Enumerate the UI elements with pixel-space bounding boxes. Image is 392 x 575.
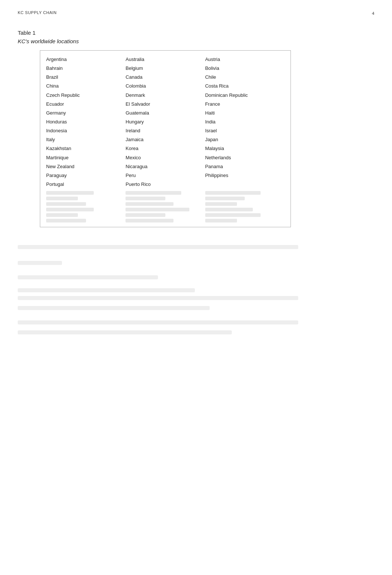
list-item: Argentina: [46, 55, 125, 64]
list-item: France: [205, 100, 285, 109]
list-item: Dominican Republic: [205, 91, 285, 100]
list-item: Colombia: [125, 82, 205, 91]
list-item: Philippines: [205, 171, 285, 180]
list-item: Haiti: [205, 109, 285, 118]
list-item: Honduras: [46, 118, 125, 126]
list-item: Italy: [46, 135, 125, 144]
list-item: Paraguay: [46, 171, 125, 180]
list-item: Austria: [205, 55, 285, 64]
list-item: Peru: [125, 171, 205, 180]
list-item: Canada: [125, 73, 205, 82]
list-item: Ecuador: [46, 100, 125, 109]
list-item: El Salvador: [125, 100, 205, 109]
list-item: Ireland: [125, 126, 205, 135]
list-item: Guatemala: [125, 109, 205, 118]
list-item: Bolivia: [205, 64, 285, 73]
list-item: Chile: [205, 73, 285, 82]
list-item: Korea: [125, 144, 205, 153]
list-item: Kazakhstan: [46, 144, 125, 153]
page-number: 4: [372, 10, 375, 16]
list-item: Israel: [205, 126, 285, 135]
list-item: Brazil: [46, 73, 125, 82]
list-item: Hungary: [125, 118, 205, 126]
header-label: KC SUPPLY CHAIN: [18, 10, 57, 15]
list-item: China: [46, 82, 125, 91]
table-title: Table 1: [18, 30, 374, 36]
list-item: Nicaragua: [125, 162, 205, 171]
list-item: [205, 180, 285, 189]
table-col-3: Austria Bolivia Chile Costa Rica Dominic…: [205, 55, 285, 222]
list-item: Martinique: [46, 153, 125, 162]
main-content: Table 1 KC's worldwide locations Argenti…: [0, 0, 392, 363]
list-item: India: [205, 118, 285, 126]
list-item: Jamaica: [125, 135, 205, 144]
table-col-1: Argentina Bahrain Brazil China Czech Rep…: [46, 55, 125, 222]
list-item: Belgium: [125, 64, 205, 73]
list-item: Malaysia: [205, 144, 285, 153]
list-item: Australia: [125, 55, 205, 64]
list-item: Mexico: [125, 153, 205, 162]
list-item: Bahrain: [46, 64, 125, 73]
table-col-2: Australia Belgium Canada Colombia Denmar…: [125, 55, 205, 222]
blurred-section: [18, 245, 374, 338]
list-item: Denmark: [125, 91, 205, 100]
list-item: Czech Republic: [46, 91, 125, 100]
list-item: Japan: [205, 135, 285, 144]
list-item: Indonesia: [46, 126, 125, 135]
list-item: Germany: [46, 109, 125, 118]
list-item: Portugal: [46, 180, 125, 189]
table-subtitle: KC's worldwide locations: [18, 38, 374, 44]
list-item: New Zealand: [46, 162, 125, 171]
list-item: Panama: [205, 162, 285, 171]
list-item: Netherlands: [205, 153, 285, 162]
table-grid: Argentina Bahrain Brazil China Czech Rep…: [46, 55, 285, 222]
list-item: Costa Rica: [205, 82, 285, 91]
list-item: Puerto Rico: [125, 180, 205, 189]
location-table: Argentina Bahrain Brazil China Czech Rep…: [40, 50, 291, 227]
